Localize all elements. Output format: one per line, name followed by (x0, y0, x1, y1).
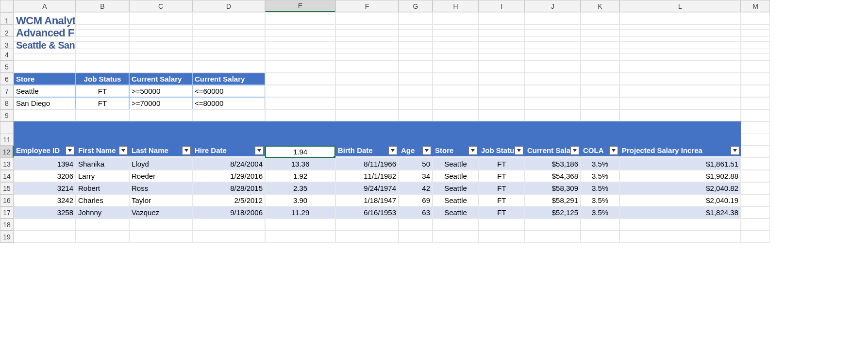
job-status[interactable]: FT (479, 170, 525, 182)
cola[interactable]: 3.5% (581, 182, 619, 194)
employee-id[interactable]: 3206 (14, 170, 76, 182)
cell-M13[interactable] (741, 158, 770, 170)
cell-E19[interactable] (265, 231, 335, 243)
cell-D19[interactable] (192, 231, 265, 243)
column-header-E[interactable]: E (265, 0, 335, 12)
cell-J7[interactable] (525, 85, 581, 97)
cell-D5[interactable] (192, 61, 265, 73)
years-of-service[interactable]: 13.36 (265, 158, 335, 170)
cell-K9[interactable] (581, 109, 619, 121)
cell-G6[interactable] (399, 73, 433, 85)
column-header-D[interactable]: D (192, 0, 265, 12)
cell-L18[interactable] (619, 219, 741, 231)
cell-K19[interactable] (581, 231, 619, 243)
filter-dropdown-button[interactable] (609, 146, 618, 155)
store[interactable]: Seattle (433, 194, 479, 206)
years-of-service[interactable]: 11.29 (265, 206, 335, 219)
birth-date[interactable]: 1/18/1947 (335, 194, 399, 206)
cell-A19[interactable] (14, 231, 76, 243)
cell-K6[interactable] (581, 73, 619, 85)
age[interactable]: 42 (399, 182, 433, 194)
filter-dropdown-button[interactable] (468, 146, 477, 155)
column-header-J[interactable]: J (525, 0, 581, 12)
column-header-M[interactable]: M (741, 0, 770, 12)
last-name[interactable]: Roeder (129, 170, 192, 182)
table-header-2[interactable]: Last Name (129, 121, 192, 156)
row-header-5[interactable]: 5 (0, 61, 14, 73)
column-header-A[interactable]: A (14, 0, 76, 12)
last-name[interactable]: Taylor (129, 194, 192, 206)
cell-J5[interactable] (525, 61, 581, 73)
row-header-14[interactable]: 14 (0, 170, 14, 182)
age[interactable]: 50 (399, 158, 433, 170)
cell-G4[interactable] (399, 49, 433, 61)
cola[interactable]: 3.5% (581, 194, 619, 206)
hire-date[interactable]: 2/5/2012 (192, 194, 265, 206)
employee-id[interactable]: 3258 (14, 206, 76, 219)
cell-M5[interactable] (741, 61, 770, 73)
cell-C4[interactable] (129, 49, 192, 61)
cell-M6[interactable] (741, 73, 770, 85)
first-name[interactable]: Larry (76, 170, 129, 182)
cell-L9[interactable] (619, 109, 741, 121)
cell-I9[interactable] (479, 109, 525, 121)
cell-H6[interactable] (433, 73, 479, 85)
projected-salary-increase[interactable]: $1,824.38 (619, 206, 741, 219)
projected-salary-increase[interactable]: $2,040.19 (619, 194, 741, 206)
job-status[interactable]: FT (479, 158, 525, 170)
cell-H9[interactable] (433, 109, 479, 121)
cell-J19[interactable] (525, 231, 581, 243)
cell-F9[interactable] (335, 109, 399, 121)
cell-H19[interactable] (433, 231, 479, 243)
cell-D18[interactable] (192, 219, 265, 231)
cell-M19[interactable] (741, 231, 770, 243)
criteria-status-1[interactable]: FT (76, 97, 129, 109)
criteria-store-0[interactable]: Seattle (14, 85, 76, 97)
column-header-I[interactable]: I (479, 0, 525, 12)
cell-I8[interactable] (479, 97, 525, 109)
cell-K7[interactable] (581, 85, 619, 97)
cell-E6[interactable] (265, 73, 335, 85)
cell-F6[interactable] (335, 73, 399, 85)
current-salary[interactable]: $53,186 (525, 158, 581, 170)
store[interactable]: Seattle (433, 206, 479, 219)
filter-dropdown-button[interactable] (66, 146, 74, 155)
filter-dropdown-button[interactable] (119, 146, 128, 155)
cell-G19[interactable] (399, 231, 433, 243)
cell-G7[interactable] (399, 85, 433, 97)
cell-E9[interactable] (265, 109, 335, 121)
cell-M8[interactable] (741, 97, 770, 109)
select-all-corner[interactable] (0, 0, 14, 12)
last-name[interactable]: Vazquez (129, 206, 192, 219)
table-header-8[interactable]: Job Statu (479, 121, 525, 156)
row-header-18[interactable]: 18 (0, 219, 14, 231)
cell-I19[interactable] (479, 231, 525, 243)
employee-id[interactable]: 3242 (14, 194, 76, 206)
age[interactable]: 63 (399, 206, 433, 219)
cell-B18[interactable] (76, 219, 129, 231)
filter-dropdown-button[interactable] (422, 146, 431, 155)
cell-J4[interactable] (525, 49, 581, 61)
cell-M12[interactable] (741, 146, 770, 158)
cola[interactable]: 3.5% (581, 206, 619, 219)
column-header-B[interactable]: B (76, 0, 129, 12)
cell-E5[interactable] (265, 61, 335, 73)
cell-B9[interactable] (76, 109, 129, 121)
cell-M14[interactable] (741, 170, 770, 182)
birth-date[interactable]: 9/24/1974 (335, 182, 399, 194)
cell-L6[interactable] (619, 73, 741, 85)
cell-B19[interactable] (76, 231, 129, 243)
filter-dropdown-button[interactable] (388, 146, 397, 155)
first-name[interactable]: Charles (76, 194, 129, 206)
age[interactable]: 34 (399, 170, 433, 182)
table-header-0[interactable]: Employee ID (14, 121, 76, 156)
criteria-max-1[interactable]: <=80000 (192, 97, 265, 109)
table-header-11[interactable]: Projected Salary Increa (619, 121, 741, 156)
row-header-19[interactable]: 19 (0, 231, 14, 243)
cell-H4[interactable] (433, 49, 479, 61)
first-name[interactable]: Shanika (76, 158, 129, 170)
table-header-5[interactable]: Birth Date (335, 121, 399, 156)
store[interactable]: Seattle (433, 158, 479, 170)
cell-M17[interactable] (741, 206, 770, 219)
cell-F19[interactable] (335, 231, 399, 243)
